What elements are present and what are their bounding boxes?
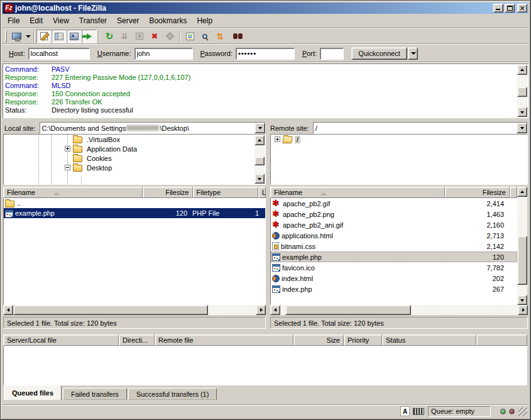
file-row-parent-dir[interactable]: .. bbox=[4, 198, 265, 208]
log-scrollbar[interactable] bbox=[517, 65, 527, 117]
css-file-icon bbox=[272, 242, 279, 250]
disconnect-button[interactable]: ✖ bbox=[147, 30, 162, 43]
encryption-indicator-icon[interactable] bbox=[413, 408, 424, 415]
refresh-button[interactable]: ↻ bbox=[102, 30, 117, 43]
scroll-right-button[interactable] bbox=[256, 305, 266, 315]
file-row[interactable]: index.php267 bbox=[271, 284, 517, 294]
tab-queued-files[interactable]: Queued files bbox=[4, 385, 62, 400]
close-button[interactable]: ✕ bbox=[517, 4, 527, 13]
statusbar: A Queue: empty bbox=[3, 404, 528, 417]
column-filename[interactable]: Filename bbox=[270, 187, 445, 198]
local-tree-scrollbar[interactable] bbox=[255, 135, 265, 184]
tree-item-desktop[interactable]: Desktop bbox=[4, 163, 265, 172]
scroll-thumb[interactable] bbox=[517, 87, 527, 97]
quickconnect-button[interactable]: Quickconnect bbox=[351, 47, 407, 60]
toggle-transfer-queue-button[interactable] bbox=[82, 30, 97, 43]
queue-body[interactable] bbox=[3, 346, 527, 385]
directory-comparison-button[interactable] bbox=[197, 30, 212, 43]
expand-icon[interactable] bbox=[275, 136, 280, 142]
column-direction[interactable]: Directi... bbox=[119, 334, 155, 346]
process-queue-button[interactable]: ⇊ bbox=[117, 30, 132, 43]
scroll-left-button[interactable] bbox=[3, 305, 13, 315]
file-row-example-php[interactable]: example.php 120 PHP File 1 bbox=[4, 208, 265, 218]
file-row[interactable]: favicon.ico7,782 bbox=[271, 262, 517, 273]
reconnect-button[interactable] bbox=[162, 30, 177, 43]
minimize-button[interactable] bbox=[493, 4, 503, 13]
toggle-remote-tree-button[interactable] bbox=[67, 30, 82, 43]
remote-site-combo[interactable]: / bbox=[313, 122, 528, 134]
column-size[interactable]: Size bbox=[293, 334, 344, 346]
scroll-thumb[interactable] bbox=[255, 157, 265, 165]
remote-list-hscrollbar[interactable] bbox=[270, 305, 528, 315]
file-row-example-php[interactable]: example.php120 bbox=[271, 251, 517, 262]
file-row[interactable]: bitnami.css2,142 bbox=[271, 241, 517, 251]
scroll-down-button[interactable] bbox=[517, 295, 527, 305]
scroll-down-button[interactable] bbox=[517, 107, 527, 117]
tree-item-application-data[interactable]: Application Data bbox=[4, 144, 265, 153]
site-manager-dropdown[interactable] bbox=[24, 30, 31, 43]
directory-listing-filters-button[interactable] bbox=[182, 30, 197, 43]
scroll-up-button[interactable] bbox=[517, 187, 527, 197]
local-site-dropdown[interactable] bbox=[255, 123, 265, 133]
scroll-right-button[interactable] bbox=[518, 305, 528, 315]
menu-view[interactable]: View bbox=[48, 15, 74, 26]
tree-item-root[interactable]: / bbox=[271, 135, 527, 144]
column-last-modified[interactable]: L bbox=[258, 187, 266, 198]
quickconnect-dropdown[interactable] bbox=[408, 47, 418, 60]
file-row[interactable]: apache_pb2_ani.gif2,160 bbox=[271, 219, 517, 230]
scroll-down-button[interactable] bbox=[255, 174, 265, 184]
cancel-operation-button[interactable]: x bbox=[132, 30, 147, 43]
collapse-icon[interactable] bbox=[65, 165, 70, 170]
site-manager-button[interactable] bbox=[9, 30, 24, 43]
file-row[interactable]: apache_pb2.png1,463 bbox=[271, 209, 517, 219]
expand-icon[interactable] bbox=[65, 146, 70, 152]
file-row[interactable]: applications.html2,713 bbox=[271, 230, 517, 241]
local-list-hscrollbar[interactable] bbox=[3, 305, 266, 315]
column-priority[interactable]: Priority bbox=[344, 334, 382, 346]
column-server-local-file[interactable]: Server/Local file bbox=[3, 334, 119, 346]
scroll-thumb[interactable] bbox=[13, 305, 208, 315]
host-input[interactable] bbox=[28, 48, 90, 60]
resize-grip[interactable] bbox=[518, 407, 527, 416]
column-remote-file[interactable]: Remote file bbox=[155, 334, 293, 346]
local-site-combo[interactable]: C:\Documents and Settings\Desktop\ bbox=[40, 122, 266, 134]
toggle-message-log-button[interactable] bbox=[36, 30, 52, 43]
scroll-thumb[interactable] bbox=[517, 236, 527, 285]
menu-help[interactable]: Help bbox=[192, 15, 217, 26]
column-filesize[interactable]: Filesize bbox=[445, 187, 510, 198]
tab-successful-transfers[interactable]: Successful transfers (1) bbox=[128, 388, 217, 400]
file-row[interactable]: index.html202 bbox=[271, 273, 517, 284]
ascii-data-type-icon[interactable]: A bbox=[400, 406, 410, 416]
column-status[interactable]: Status bbox=[382, 334, 476, 346]
menu-server[interactable]: Server bbox=[112, 15, 144, 26]
column-filesize[interactable]: Filesize bbox=[143, 187, 193, 198]
toggle-local-tree-button[interactable] bbox=[52, 30, 67, 43]
menu-bookmarks[interactable]: Bookmarks bbox=[144, 15, 192, 26]
column-filetype[interactable]: Filetype bbox=[193, 187, 259, 198]
scroll-thumb[interactable] bbox=[285, 305, 411, 315]
closed-folder-icon bbox=[73, 146, 82, 153]
maximize-button[interactable] bbox=[505, 4, 515, 13]
menu-transfer[interactable]: Transfer bbox=[74, 15, 112, 26]
menu-edit[interactable]: Edit bbox=[25, 15, 48, 26]
tree-item-cookies[interactable]: Cookies bbox=[4, 153, 265, 163]
remote-list-scrollbar[interactable] bbox=[517, 187, 527, 305]
synchronized-browsing-button[interactable]: ⇅ bbox=[212, 30, 227, 43]
remote-site-dropdown[interactable] bbox=[517, 123, 527, 133]
tree-item-virtualbox[interactable]: .VirtualBox bbox=[4, 135, 265, 144]
scroll-up-button[interactable] bbox=[517, 65, 527, 75]
apache-feather-icon bbox=[272, 210, 281, 218]
toolbar-grip[interactable] bbox=[5, 31, 7, 42]
find-files-button[interactable] bbox=[227, 30, 243, 43]
menu-file[interactable]: File bbox=[3, 15, 25, 26]
tab-failed-transfers[interactable]: Failed transfers bbox=[63, 388, 127, 400]
column-filename[interactable]: Filename bbox=[3, 187, 143, 198]
port-input[interactable] bbox=[320, 48, 344, 60]
scroll-left-button[interactable] bbox=[270, 305, 280, 315]
username-input[interactable] bbox=[134, 48, 193, 60]
process-queue-icon: ⇊ bbox=[121, 31, 128, 41]
file-row[interactable]: apache_pb2.gif2,414 bbox=[271, 198, 517, 209]
password-input[interactable] bbox=[236, 48, 295, 60]
scroll-up-button[interactable] bbox=[255, 135, 265, 145]
cancel-icon: x bbox=[136, 33, 143, 40]
